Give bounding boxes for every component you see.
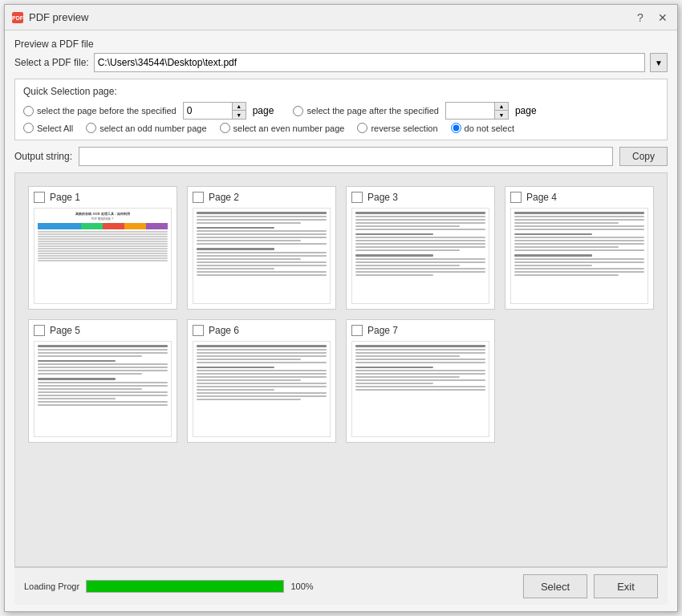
pdf-icon: PDF <box>11 11 24 24</box>
page-2-label: Page 2 <box>209 192 239 203</box>
after-label: select the page after the specified <box>306 106 439 116</box>
page-3-label: Page 3 <box>367 192 398 203</box>
output-input[interactable] <box>79 147 613 166</box>
page-7-checkbox[interactable] <box>351 325 363 336</box>
before-radio[interactable] <box>23 106 34 116</box>
page-thumb-1[interactable]: Page 1 高效的在线 OCR 处理工具：如何利用 PDF 数据转换？ <box>28 186 177 310</box>
file-dropdown-button[interactable]: ▼ <box>650 53 668 72</box>
file-path-input[interactable] <box>94 53 645 72</box>
page-6-checkbox[interactable] <box>193 325 204 336</box>
page-thumb-7[interactable]: Page 7 <box>346 319 495 443</box>
loading-label: Loading Progr <box>24 582 79 591</box>
even-label: select an even number page <box>233 124 345 133</box>
page-2-content <box>193 208 331 304</box>
select-button[interactable]: Select <box>523 574 587 598</box>
before-spin-down[interactable]: ▼ <box>233 111 246 119</box>
select-all-radio[interactable] <box>23 123 34 133</box>
pdf-preview-dialog: PDF PDF preview ? ✕ Preview a PDF file S… <box>4 4 678 612</box>
page-thumb-2[interactable]: Page 2 <box>187 186 336 310</box>
page-6-label: Page 6 <box>209 325 239 336</box>
page-3-checkbox[interactable] <box>351 192 363 203</box>
after-spin-up[interactable]: ▲ <box>495 103 508 111</box>
page-thumb-4[interactable]: Page 4 <box>505 186 654 310</box>
file-row: Select a PDF file: ▼ <box>14 53 668 72</box>
page-thumb-6[interactable]: Page 6 <box>187 319 336 443</box>
select-file-label: Select a PDF file: <box>14 57 89 68</box>
reverse-radio[interactable] <box>357 123 367 133</box>
before-spinner: ▲ ▼ <box>183 102 246 120</box>
pages-grid: Page 1 高效的在线 OCR 处理工具：如何利用 PDF 数据转换？ <box>15 173 667 456</box>
page-4-checkbox[interactable] <box>510 192 522 203</box>
page-1-checkbox[interactable] <box>34 192 45 203</box>
before-spin-up[interactable]: ▲ <box>233 103 246 111</box>
page-4-content <box>510 208 648 304</box>
reverse-label: reverse selection <box>371 124 437 133</box>
help-button[interactable]: ? <box>632 10 648 26</box>
even-radio-group: select an even number page <box>220 123 345 133</box>
after-unit: page <box>515 105 537 116</box>
dialog-body: Preview a PDF file Select a PDF file: ▼ … <box>5 30 677 611</box>
page-thumb-5[interactable]: Page 5 <box>28 319 177 443</box>
no-select-radio[interactable] <box>451 123 461 133</box>
select-all-group: Select All <box>23 123 73 133</box>
dialog-title: PDF preview <box>29 11 88 23</box>
exit-button[interactable]: Exit <box>594 574 658 598</box>
after-radio-group: select the page after the specified <box>293 106 439 116</box>
no-select-label: do not select <box>465 124 514 133</box>
select-all-label: Select All <box>37 124 73 133</box>
after-value-input[interactable] <box>446 103 494 119</box>
even-radio[interactable] <box>220 123 230 133</box>
quick-selection-title: Quick Selection page: <box>23 86 659 97</box>
before-spin-buttons: ▲ ▼ <box>232 103 246 119</box>
odd-radio[interactable] <box>86 123 96 133</box>
page-thumb-3[interactable]: Page 3 <box>346 186 495 310</box>
reverse-radio-group: reverse selection <box>357 123 437 133</box>
output-row: Output string: Copy <box>14 147 668 166</box>
page-2-checkbox[interactable] <box>193 192 204 203</box>
before-radio-group: select the page before the specified <box>23 106 177 116</box>
page-1-content: 高效的在线 OCR 处理工具：如何利用 PDF 数据转换？ <box>34 208 172 304</box>
page-5-label: Page 5 <box>50 325 80 336</box>
preview-label: Preview a PDF file <box>14 38 668 50</box>
quick-row-1: select the page before the specified ▲ ▼… <box>23 102 659 120</box>
output-label: Output string: <box>14 151 72 162</box>
page-6-content <box>193 341 331 437</box>
progress-fill <box>87 581 283 592</box>
page-1-label: Page 1 <box>50 192 80 203</box>
svg-text:PDF: PDF <box>12 15 24 21</box>
title-bar: PDF PDF preview ? ✕ <box>5 5 677 30</box>
progress-percent: 100% <box>290 582 313 591</box>
odd-radio-group: select an odd number page <box>86 123 206 133</box>
title-bar-right: ? ✕ <box>632 10 671 26</box>
page-5-content <box>34 341 172 437</box>
second-row: Select All select an odd number page sel… <box>23 123 659 133</box>
page-5-checkbox[interactable] <box>34 325 45 336</box>
before-value-input[interactable] <box>184 103 232 119</box>
title-bar-left: PDF PDF preview <box>11 11 88 24</box>
page-3-content <box>351 208 489 304</box>
progress-track <box>86 580 284 593</box>
no-select-radio-group: do not select <box>451 123 514 133</box>
copy-button[interactable]: Copy <box>619 147 668 166</box>
after-spin-buttons: ▲ ▼ <box>494 103 508 119</box>
pages-area[interactable]: Page 1 高效的在线 OCR 处理工具：如何利用 PDF 数据转换？ <box>14 172 668 567</box>
page-7-label: Page 7 <box>367 325 398 336</box>
bottom-bar: Loading Progr 100% Select Exit <box>14 567 668 605</box>
close-button[interactable]: ✕ <box>655 10 671 26</box>
page-4-label: Page 4 <box>526 192 557 203</box>
before-unit: page <box>253 105 274 116</box>
after-radio[interactable] <box>293 106 303 116</box>
quick-selection-panel: Quick Selection page: select the page be… <box>14 79 668 140</box>
after-spin-down[interactable]: ▼ <box>495 111 508 119</box>
page-7-content <box>351 341 489 437</box>
after-spinner: ▲ ▼ <box>445 102 509 120</box>
before-label: select the page before the specified <box>37 106 177 116</box>
odd-label: select an odd number page <box>99 124 206 133</box>
